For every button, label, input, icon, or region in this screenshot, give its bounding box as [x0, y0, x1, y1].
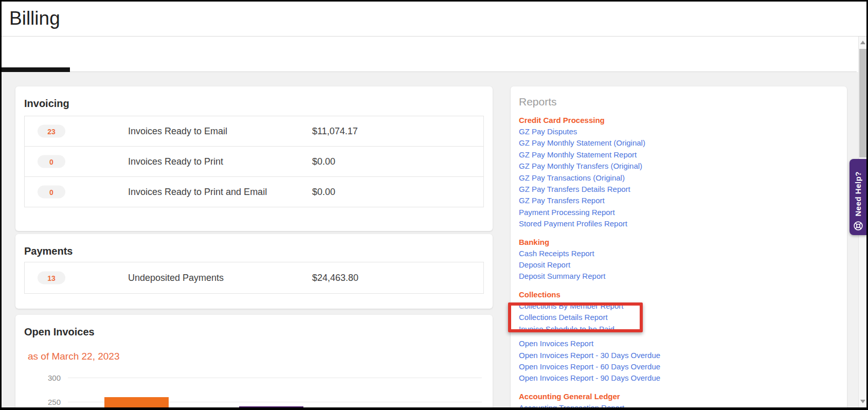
- report-section: Accounting General LedgerAccounting Tran…: [519, 391, 839, 410]
- tab-bar: Overview Pending Delivery Payments Sales…: [2, 37, 866, 72]
- summary-row[interactable]: 23 Invoices Ready to Email $11,074.17: [24, 116, 484, 147]
- report-section: Credit Card ProcessingGZ Pay DisputesGZ …: [519, 115, 839, 230]
- chart-y-tick-label: 300: [36, 373, 61, 382]
- active-tab-underline: [2, 67, 70, 72]
- report-link[interactable]: Collections By Member Report: [519, 300, 839, 312]
- report-section-header: Accounting General Ledger: [519, 391, 839, 402]
- summary-row[interactable]: 0 Invoices Ready to Print and Email $0.0…: [24, 176, 484, 207]
- open-invoices-title: Open Invoices: [24, 326, 95, 338]
- open-invoices-card: Open Invoices as of March 22, 2023 30025…: [15, 315, 493, 410]
- report-section: BankingCash Receipts ReportDeposit Repor…: [519, 237, 839, 282]
- report-link[interactable]: Invoice Schedule to be Paid: [519, 324, 839, 335]
- count-badge: 23: [38, 125, 65, 138]
- count-badge: 0: [38, 186, 65, 199]
- report-link[interactable]: GZ Pay Monthly Transfers (Original): [519, 161, 839, 172]
- invoicing-card-title: Invoicing: [24, 98, 69, 110]
- chart-bar: [104, 397, 169, 410]
- row-amount: $0.00: [312, 187, 335, 198]
- reports-sections: Credit Card ProcessingGZ Pay DisputesGZ …: [519, 115, 839, 410]
- chart-gridline: [68, 378, 482, 378]
- report-link[interactable]: Deposit Summary Report: [519, 271, 839, 282]
- report-link[interactable]: Collections Details Report: [519, 312, 839, 323]
- payments-card-title: Payments: [24, 245, 73, 257]
- report-link[interactable]: Open Invoices Report - 60 Days Overdue: [519, 361, 839, 372]
- report-link[interactable]: GZ Pay Disputes: [519, 126, 839, 137]
- summary-row[interactable]: 0 Invoices Ready to Print $0.00: [24, 146, 484, 177]
- scrollbar-thumb[interactable]: [859, 49, 866, 157]
- report-link[interactable]: Stored Payment Profiles Report: [519, 218, 839, 229]
- reports-panel: Reports Credit Card ProcessingGZ Pay Dis…: [511, 86, 847, 410]
- report-section: CollectionsCollections By Member ReportC…: [519, 289, 839, 335]
- scrollbar-down-arrow-icon[interactable]: [860, 400, 865, 403]
- report-link[interactable]: Payment Processing Report: [519, 207, 839, 218]
- payments-rows: 13 Undeposited Payments $24,463.80: [24, 262, 484, 294]
- report-link[interactable]: GZ Pay Transfers Details Report: [519, 184, 839, 195]
- report-link[interactable]: Open Invoices Report - 30 Days Overdue: [519, 350, 839, 361]
- row-label: Invoices Ready to Email: [128, 126, 227, 137]
- count-badge: 13: [38, 272, 65, 284]
- report-section: Open Invoices ReportOpen Invoices Report…: [519, 338, 839, 384]
- report-section-header: Banking: [519, 237, 839, 248]
- need-help-label: Need Help?: [854, 171, 862, 217]
- report-section-header: Credit Card Processing: [519, 115, 839, 126]
- need-help-tab[interactable]: Need Help?: [849, 159, 866, 235]
- report-link[interactable]: Accounting Transaction Report: [519, 402, 839, 410]
- page-title: Billing: [9, 8, 60, 29]
- row-amount: $11,074.17: [312, 126, 358, 137]
- chart-as-of-date: as of March 22, 2023: [28, 351, 120, 362]
- report-section-header: Collections: [519, 289, 839, 300]
- report-link[interactable]: Deposit Report: [519, 259, 839, 271]
- report-link[interactable]: Cash Receipts Report: [519, 248, 839, 259]
- report-link[interactable]: GZ Pay Monthly Statement (Original): [519, 137, 839, 149]
- payments-card: Payments 13 Undeposited Payments $24,463…: [15, 234, 493, 309]
- row-label: Invoices Ready to Print: [128, 156, 223, 167]
- report-link[interactable]: GZ Pay Transfers Report: [519, 195, 839, 206]
- row-label: Invoices Ready to Print and Email: [128, 187, 267, 198]
- report-link[interactable]: GZ Pay Transactions (Original): [519, 172, 839, 184]
- reports-panel-title: Reports: [519, 96, 839, 108]
- app-window: Billing Overview Pending Delivery Paymen…: [0, 0, 868, 410]
- chart-y-tick-label: 250: [36, 398, 61, 406]
- scrollbar-up-arrow-icon[interactable]: [860, 41, 865, 44]
- row-amount: $0.00: [312, 156, 335, 167]
- row-label: Undeposited Payments: [128, 273, 224, 283]
- invoicing-rows: 23 Invoices Ready to Email $11,074.17 0 …: [24, 116, 484, 207]
- report-link[interactable]: Open Invoices Report - 90 Days Overdue: [519, 372, 839, 384]
- row-amount: $24,463.80: [312, 273, 358, 283]
- report-link[interactable]: GZ Pay Monthly Statement Report: [519, 149, 839, 161]
- chart-bar: [239, 406, 303, 410]
- invoicing-card: Invoicing 23 Invoices Ready to Email $11…: [15, 86, 493, 231]
- report-link[interactable]: Open Invoices Report: [519, 338, 839, 349]
- count-badge: 0: [38, 155, 65, 168]
- life-ring-icon: [853, 220, 864, 231]
- summary-row[interactable]: 13 Undeposited Payments $24,463.80: [24, 262, 484, 294]
